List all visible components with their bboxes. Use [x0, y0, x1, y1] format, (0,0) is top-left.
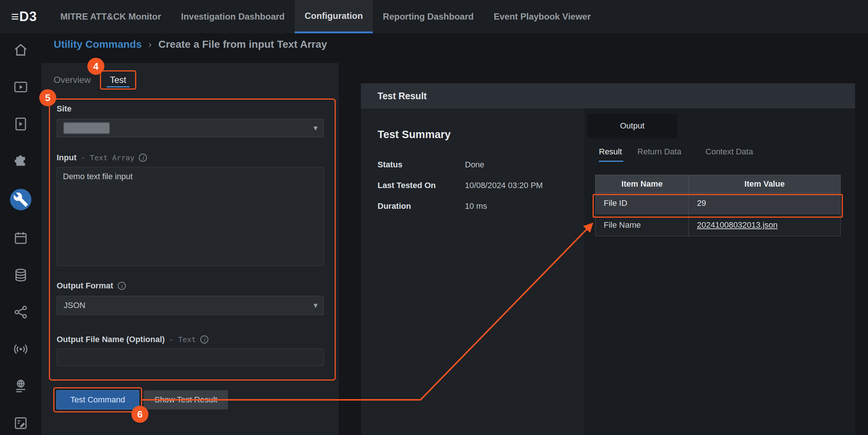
column-header-item-value: Item Value	[689, 175, 841, 193]
broadcast-icon[interactable]	[11, 340, 30, 358]
annotation-step-6-badge: 6	[131, 406, 148, 423]
tab-test[interactable]: Test	[110, 75, 126, 85]
output-format-value: JSON	[64, 301, 86, 310]
nav-mitre-attack-monitor[interactable]: MITRE ATT&CK Monitor	[50, 0, 171, 33]
table-row-file-id[interactable]: File ID 29	[596, 193, 841, 214]
report-signature-icon[interactable]	[11, 414, 30, 432]
table-header-row: Item Name Item Value	[596, 175, 841, 193]
output-file-name-label: Output File Name (Optional)	[57, 335, 165, 344]
site-value-redacted	[64, 123, 110, 134]
tab-return-data[interactable]: Return Data	[637, 147, 681, 157]
app-root: ≡D3 MITRE ATT&CK Monitor Investigation D…	[0, 0, 868, 435]
video-calendar-icon[interactable]	[11, 78, 30, 96]
show-test-result-button[interactable]: Show Test Result	[144, 390, 228, 409]
status-value: Done	[465, 160, 485, 170]
result-tab-active-underline	[599, 161, 623, 162]
input-label-row: Input - Text Array i	[57, 153, 147, 163]
output-file-name-input[interactable]	[57, 348, 324, 366]
chevron-down-icon: ▾	[314, 123, 318, 133]
last-tested-label: Last Tested On	[378, 181, 436, 190]
test-command-button[interactable]: Test Command	[56, 390, 139, 409]
output-sub-panel	[584, 108, 855, 435]
calendar-icon[interactable]	[11, 229, 30, 247]
duration-label: Duration	[378, 201, 411, 211]
file-id-value-cell: 29	[689, 193, 841, 214]
nav-investigation-dashboard[interactable]: Investigation Dashboard	[171, 0, 295, 33]
file-id-name-cell: File ID	[596, 193, 689, 214]
tab-overview[interactable]: Overview	[54, 75, 91, 85]
input-label: Input	[57, 153, 77, 163]
column-header-item-name: Item Name	[596, 175, 689, 193]
sidebar-icon-rail	[0, 33, 41, 435]
site-select[interactable]: ▾	[57, 119, 324, 137]
file-download-link[interactable]: 20241008032013.json	[697, 220, 778, 230]
tab-context-data[interactable]: Context Data	[706, 147, 753, 157]
last-tested-value: 10/08/2024 03:20 PM	[465, 181, 543, 190]
wrench-icon-active[interactable]	[10, 189, 31, 210]
home-icon[interactable]	[11, 41, 30, 59]
nav-reporting-dashboard[interactable]: Reporting Dashboard	[373, 0, 483, 33]
chevron-right-icon: ›	[148, 39, 152, 50]
tab-result[interactable]: Result	[599, 147, 622, 157]
annotation-box-test-tab: Test	[100, 70, 136, 90]
share-nodes-icon[interactable]	[11, 303, 30, 321]
database-icon[interactable]	[11, 266, 30, 284]
duration-value: 10 ms	[465, 201, 487, 211]
breadcrumb-utility-commands[interactable]: Utility Commands	[54, 39, 142, 50]
page-title: Create a File from input Text Array	[158, 39, 327, 50]
annotation-step-4-badge: 4	[87, 58, 104, 75]
annotation-step-5-badge: 5	[39, 89, 56, 106]
breadcrumb: Utility Commands › Create a File from in…	[54, 39, 327, 50]
tab-output[interactable]: Output	[587, 114, 677, 138]
nav-event-playbook-viewer[interactable]: Event Playbook Viewer	[484, 0, 601, 33]
d3-logo[interactable]: ≡D3	[0, 0, 50, 33]
output-format-label: Output Format	[57, 281, 113, 291]
video-file-icon[interactable]	[11, 115, 30, 133]
table-row-file-name[interactable]: File Name 20241008032013.json	[596, 214, 841, 236]
nav-configuration[interactable]: Configuration	[295, 0, 373, 33]
output-format-select[interactable]: JSON ▾	[57, 296, 324, 315]
info-icon[interactable]: i	[118, 282, 126, 290]
input-type-hint: - Text Array	[81, 153, 135, 162]
site-label: Site	[57, 104, 71, 114]
result-table: Item Name Item Value File ID 29 File Nam…	[595, 175, 841, 236]
input-textarea[interactable]: Demo text file input	[57, 167, 324, 266]
test-tab-active-underline	[107, 86, 130, 87]
output-file-name-label-row: Output File Name (Optional) - Text i	[57, 335, 208, 344]
file-name-name-cell: File Name	[596, 214, 689, 236]
status-label: Status	[378, 160, 402, 170]
test-result-header: Test Result	[361, 83, 855, 108]
info-icon[interactable]: i	[200, 335, 208, 344]
top-navbar: ≡D3 MITRE ATT&CK Monitor Investigation D…	[0, 0, 868, 33]
globe-settings-icon[interactable]	[11, 377, 30, 395]
file-name-value-cell: 20241008032013.json	[689, 214, 841, 236]
chevron-down-icon: ▾	[314, 301, 318, 310]
output-format-label-row: Output Format i	[57, 281, 126, 291]
test-summary-heading: Test Summary	[378, 128, 451, 141]
puzzle-icon[interactable]	[11, 152, 30, 170]
info-icon[interactable]: i	[139, 154, 147, 162]
output-file-name-type-hint: - Text	[169, 335, 196, 344]
